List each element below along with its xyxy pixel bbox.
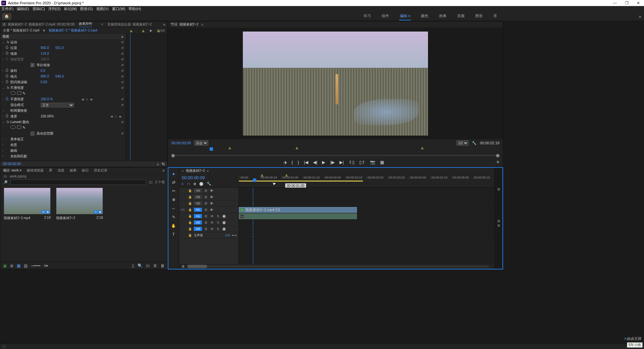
opacity-value[interactable]: 100.0 % [41, 97, 55, 101]
track-target[interactable]: A2 [194, 220, 202, 225]
hdr-checkbox[interactable] [31, 132, 35, 136]
project-item[interactable]: H■ 视频素材2~2.mp42:18 [4, 188, 51, 220]
icon-view-button[interactable]: ▦ [17, 263, 20, 268]
track-target[interactable]: V4 [194, 189, 202, 193]
reset-button[interactable]: ↺ [121, 69, 124, 72]
stopwatch-icon[interactable]: Ő [6, 97, 10, 101]
video-track-header[interactable]: V1🔒V1⊟👁 [179, 207, 238, 213]
mark-in-icon[interactable]: { [291, 160, 293, 165]
solo-button[interactable]: S [216, 214, 220, 218]
button-editor[interactable]: + [496, 159, 499, 165]
curves-label[interactable]: 曲线 [10, 148, 41, 153]
new-bin-icon[interactable]: 🗀 [149, 180, 153, 184]
project-tab[interactable]: 标记 [82, 168, 89, 173]
marker-icon[interactable] [261, 174, 263, 177]
solo-button[interactable]: S [216, 227, 220, 231]
reset-button[interactable]: ↺ [121, 81, 124, 84]
reset-button[interactable]: ↺ [121, 41, 124, 44]
timeline-timecode[interactable]: 00:00:00:09 [182, 175, 236, 180]
sync-lock-icon[interactable]: ⊟ [204, 214, 208, 218]
pen-mask-button[interactable]: ✎ [22, 126, 25, 130]
mute-button[interactable]: M [210, 221, 214, 224]
zoom-handle-left[interactable] [182, 265, 184, 268]
timeline-playhead[interactable] [253, 179, 256, 182]
record-button[interactable]: ⬤ [222, 214, 226, 218]
track-target[interactable]: V1 [194, 208, 202, 212]
mute-button[interactable]: M [210, 227, 214, 231]
workspace-tab[interactable]: 库 [493, 12, 498, 20]
project-tab[interactable]: 媒体浏览器 [27, 168, 44, 173]
ellipse-mask-button[interactable] [10, 91, 16, 95]
stopwatch-icon[interactable]: Ő [6, 52, 10, 55]
video-clip[interactable]: fx视频素材2~2.mp4 [V] [239, 207, 357, 213]
comparison-button[interactable]: ▦ [380, 160, 384, 165]
stopwatch-icon[interactable]: Ő [6, 69, 10, 72]
program-ruler[interactable] [171, 147, 499, 153]
reset-button[interactable]: ↺ [121, 52, 124, 55]
reset-button[interactable]: ↺ [121, 46, 124, 50]
extract-button[interactable]: ▯⇧ [359, 160, 365, 165]
timeline-clips-area[interactable]: fx视频素材2~2.mp4 [V] ▭ [239, 188, 494, 264]
project-tab[interactable]: 库 [49, 168, 52, 173]
program-playhead[interactable] [210, 147, 213, 151]
lock-icon[interactable]: 🔒 [188, 234, 192, 237]
position-x[interactable]: 960.0 [41, 46, 55, 50]
linked-selection-button[interactable]: ∩ [187, 182, 190, 186]
video-track-header[interactable]: V1🔒V3⊟👁 [179, 194, 238, 200]
workspace-tab[interactable]: 音频 [457, 12, 465, 20]
sync-lock-icon[interactable]: ⊟ [204, 189, 208, 192]
mark-in-button[interactable]: ⬗ [283, 160, 287, 165]
new-item-button[interactable]: ▯ [132, 263, 134, 268]
ec-timecode[interactable]: 00:00:00:09 [3, 162, 21, 166]
menu-item[interactable]: 图形(G) [80, 6, 93, 11]
mark-out-icon[interactable]: } [298, 160, 299, 165]
play-button[interactable]: ▶ [322, 160, 325, 165]
home-button[interactable]: 🏠 [2, 13, 11, 20]
solo-button[interactable]: S [216, 221, 220, 224]
track-target[interactable]: A1 [194, 214, 202, 218]
playhead-line[interactable] [130, 34, 130, 161]
panel-overflow-button[interactable]: » [163, 22, 165, 27]
flicker-value[interactable]: 0.00 [41, 80, 55, 84]
marker-icon[interactable] [421, 147, 424, 149]
close-sequence-button[interactable]: × [182, 169, 184, 173]
reset-button[interactable]: ↺ [121, 120, 124, 124]
master-track-header[interactable]: V1🔒主声道0.0⟷ [179, 232, 238, 239]
lock-icon[interactable]: 🔒 [188, 195, 192, 199]
menu-item[interactable]: 标记(M) [64, 6, 77, 11]
tab-source[interactable]: 源: 视频素材2~2: 视频素材2~2.mp4: 00;00;00;00 [2, 22, 75, 27]
tool-button[interactable]: ⊕ [171, 197, 177, 203]
reset-button[interactable]: ↺ [121, 75, 124, 78]
timeline-scrollbar[interactable] [179, 264, 494, 269]
eye-icon[interactable]: 👁 [210, 195, 213, 199]
sync-lock-icon[interactable]: ⊟ [204, 208, 208, 211]
panel-menu-icon[interactable]: ≡ [207, 169, 209, 173]
lock-icon[interactable]: 🔒 [188, 202, 192, 205]
tool-button[interactable]: T [171, 232, 177, 238]
ec-shift-icon[interactable]: ⇆ [162, 162, 165, 166]
motion-label[interactable]: 运动 [10, 40, 41, 45]
step-back-button[interactable]: ◀| [313, 160, 317, 165]
ellipse-mask-button[interactable] [10, 126, 16, 129]
color-wheels-label[interactable]: 色轮和匹配 [10, 154, 41, 159]
workspace-tab[interactable]: 编辑 ≡ [399, 12, 411, 20]
go-to-in-button[interactable]: |◀ [304, 160, 308, 165]
fx-toggle-icon[interactable]: fx [6, 86, 10, 90]
marker-icon[interactable] [296, 147, 298, 149]
tool-button[interactable]: ↔ [171, 205, 177, 211]
tab-effect-controls[interactable]: 效果控件 [79, 21, 92, 27]
lock-icon[interactable]: 🔒 [188, 214, 192, 218]
lock-icon[interactable]: 🔒 [188, 208, 192, 211]
reset-button[interactable]: ↺ [121, 103, 124, 107]
workspace-overflow-button[interactable]: » [639, 14, 641, 19]
settings-button[interactable]: ⬤ [199, 182, 203, 186]
lumetri-label[interactable]: Lumetri 颜色 [10, 120, 41, 124]
stopwatch-icon[interactable]: Ő [6, 46, 10, 50]
workspace-tab[interactable]: 学习 [363, 12, 372, 20]
lift-button[interactable]: ⇧▯ [348, 160, 355, 165]
sync-lock-icon[interactable]: ⊟ [204, 221, 208, 224]
menu-item[interactable]: 帮助(H) [128, 6, 141, 11]
anchor-x[interactable]: 960.0 [41, 74, 55, 78]
settings-icon[interactable]: 🔧 [472, 141, 477, 145]
track-target[interactable]: A3 [194, 227, 202, 231]
